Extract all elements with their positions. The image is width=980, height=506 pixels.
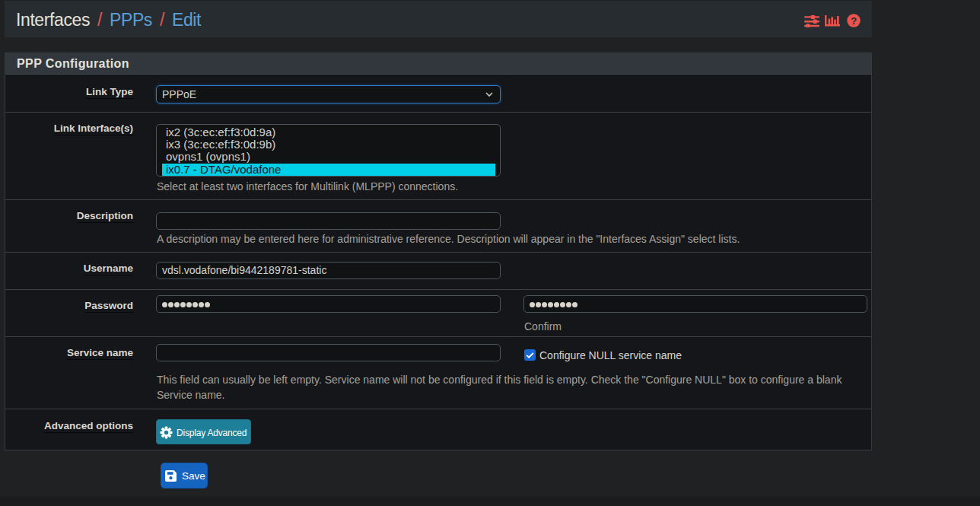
svg-text:?: ? bbox=[851, 15, 857, 27]
